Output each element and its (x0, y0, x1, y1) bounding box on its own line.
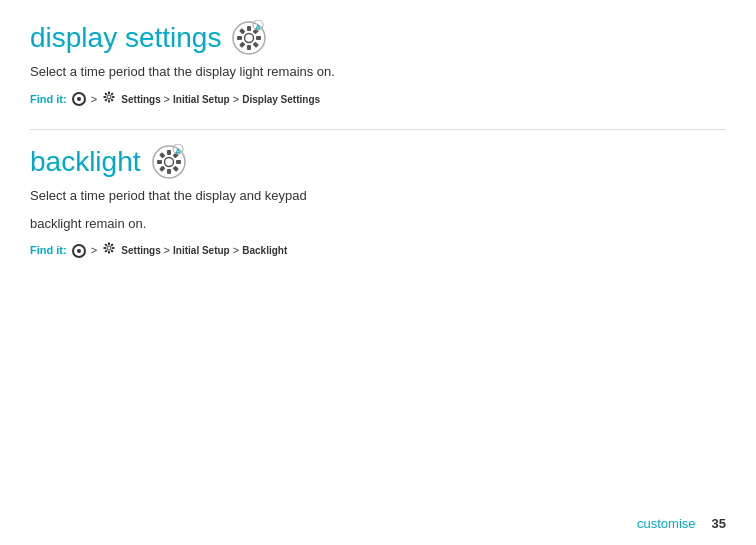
svg-rect-2 (247, 26, 251, 31)
svg-rect-25 (176, 160, 181, 164)
svg-point-33 (107, 246, 111, 250)
display-settings-title: display settings (30, 22, 221, 54)
svg-rect-40 (104, 247, 107, 249)
svg-rect-26 (172, 166, 178, 172)
find-it-label-1: Find it: (30, 92, 67, 104)
svg-rect-15 (112, 96, 115, 98)
svg-rect-30 (159, 152, 165, 158)
section-divider (30, 129, 726, 130)
display-settings-description: Select a time period that the display li… (30, 62, 726, 82)
settings-gear-icon-2 (102, 241, 116, 261)
svg-rect-16 (111, 98, 114, 101)
backlight-description-line2: backlight remain on. (30, 214, 726, 234)
svg-rect-38 (108, 251, 110, 254)
svg-rect-20 (105, 92, 108, 95)
svg-rect-34 (108, 243, 110, 246)
svg-rect-27 (167, 169, 171, 174)
svg-point-22 (164, 158, 173, 167)
svg-rect-39 (105, 250, 108, 253)
backlight-icon: A (151, 144, 187, 180)
backlight-section: backlight A (30, 144, 726, 261)
settings-gear-icon-1 (102, 90, 116, 110)
svg-rect-14 (111, 92, 114, 95)
svg-rect-29 (157, 160, 162, 164)
display-settings-section: display settings (30, 20, 726, 109)
footer-page-number: 35 (712, 516, 726, 531)
svg-rect-6 (247, 45, 251, 50)
page-content: display settings (0, 0, 756, 301)
display-settings-icon: A (231, 20, 267, 56)
nav-initial-setup-1: Initial Setup (173, 93, 230, 104)
svg-rect-23 (167, 150, 171, 155)
svg-point-1 (245, 34, 254, 43)
nav-initial-setup-2: Initial Setup (173, 245, 230, 256)
nav-display-settings: Display Settings (242, 93, 320, 104)
svg-point-12 (107, 95, 111, 99)
svg-rect-8 (237, 36, 242, 40)
nav-settings-1: Settings (121, 93, 163, 104)
backlight-find-it: Find it: > (30, 241, 726, 261)
nav-dot-1 (72, 92, 86, 106)
svg-text:A: A (255, 23, 261, 32)
svg-rect-4 (256, 36, 261, 40)
svg-rect-18 (105, 98, 108, 101)
display-settings-header: display settings (30, 20, 726, 56)
find-it-label-2: Find it: (30, 244, 67, 256)
backlight-description-line1: Select a time period that the display an… (30, 186, 726, 206)
footer-customise-label: customise (637, 516, 696, 531)
svg-rect-7 (240, 42, 246, 48)
nav-backlight: Backlight (242, 245, 287, 256)
nav-settings-2: Settings (121, 245, 163, 256)
svg-rect-9 (240, 28, 246, 34)
svg-rect-13 (108, 91, 110, 94)
page-footer: customise 35 (637, 516, 726, 531)
svg-rect-17 (108, 100, 110, 103)
svg-rect-36 (112, 247, 115, 249)
svg-rect-28 (159, 166, 165, 172)
svg-rect-35 (111, 243, 114, 246)
svg-rect-41 (105, 243, 108, 246)
nav-dot-2 (72, 244, 86, 258)
svg-rect-19 (104, 96, 107, 98)
backlight-header: backlight A (30, 144, 726, 180)
svg-rect-37 (111, 250, 114, 253)
svg-rect-5 (253, 42, 259, 48)
display-settings-find-it: Find it: > (30, 90, 726, 110)
backlight-title: backlight (30, 146, 141, 178)
svg-text:A: A (175, 147, 181, 156)
